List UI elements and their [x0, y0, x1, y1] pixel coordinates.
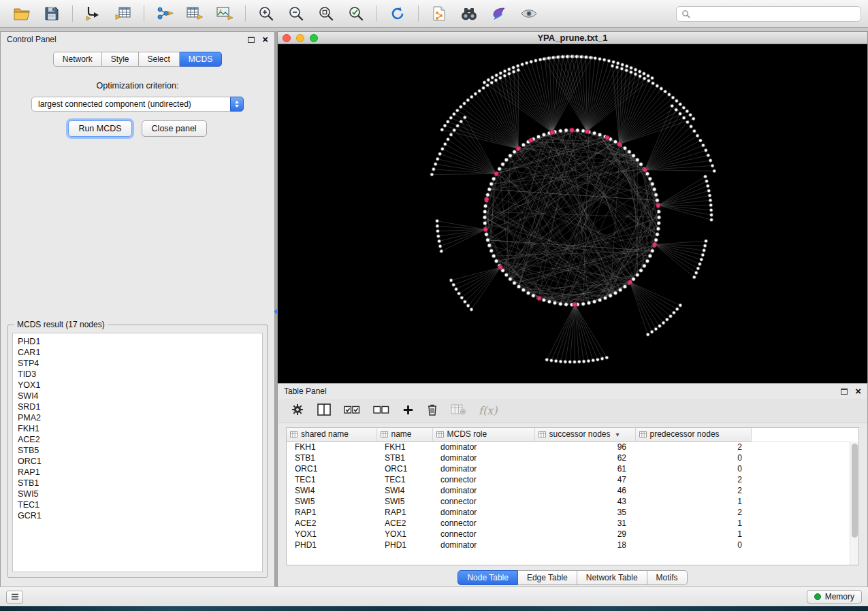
- window-minimize-button[interactable]: [296, 34, 304, 42]
- binoculars-icon: [460, 6, 478, 21]
- first-neighbors-button[interactable]: [454, 2, 484, 25]
- mcds-result-item[interactable]: SWI5: [18, 489, 262, 499]
- show-column-button[interactable]: [317, 403, 331, 418]
- import-network-button[interactable]: [78, 2, 108, 25]
- mcds-result-item[interactable]: PMA2: [18, 412, 262, 423]
- table-settings-button[interactable]: [291, 403, 304, 418]
- search-icon: [681, 10, 690, 18]
- tab-node-table[interactable]: Node Table: [457, 570, 518, 585]
- export-network-button[interactable]: [150, 2, 180, 25]
- table-row[interactable]: STB1STB1dominator620: [287, 452, 850, 463]
- criterion-select[interactable]: largest connected component (undirected): [31, 97, 244, 112]
- panel-splitter[interactable]: [275, 31, 277, 587]
- tab-style[interactable]: Style: [102, 52, 139, 67]
- close-panel-icon[interactable]: ×: [855, 388, 861, 395]
- mcds-result-item[interactable]: GCR1: [18, 510, 262, 521]
- table-row[interactable]: ORC1ORC1dominator610: [287, 463, 850, 474]
- mcds-result-item[interactable]: CAR1: [18, 347, 262, 358]
- collapse-panel-icon[interactable]: [274, 309, 277, 314]
- node-table-body: FKH1FKH1dominator962STB1STB1dominator620…: [287, 441, 850, 550]
- tab-mcds[interactable]: MCDS: [180, 52, 222, 67]
- column-header-successor-nodes[interactable]: successor nodes▾: [534, 428, 635, 441]
- function-builder-button[interactable]: f(x): [479, 404, 497, 417]
- delete-table-icon: [451, 404, 466, 415]
- zoom-selected-button[interactable]: [341, 2, 371, 25]
- column-header-shared-name[interactable]: shared name: [287, 428, 376, 441]
- mcds-result-item[interactable]: TEC1: [18, 499, 262, 510]
- table-row[interactable]: PHD1PHD1dominator180: [287, 540, 850, 550]
- column-header-mcds-role[interactable]: MCDS role: [432, 428, 534, 441]
- deselect-all-columns-button[interactable]: [373, 406, 389, 416]
- mcds-result-item[interactable]: STB1: [18, 478, 262, 489]
- column-type-icon: [436, 431, 444, 438]
- memory-button[interactable]: Memory: [807, 590, 862, 604]
- network-titlebar: YPA_prune.txt_1: [278, 32, 867, 44]
- tab-motifs[interactable]: Motifs: [647, 570, 688, 585]
- window-close-button[interactable]: [283, 34, 291, 42]
- visual-styles-button[interactable]: [484, 2, 514, 25]
- mcds-result-item[interactable]: STB5: [18, 445, 262, 456]
- open-folder-button[interactable]: [7, 2, 37, 25]
- close-panel-icon[interactable]: ×: [262, 36, 268, 43]
- zoom-in-button[interactable]: [251, 2, 281, 25]
- import-table-icon: [114, 5, 132, 22]
- zoom-fit-button[interactable]: [311, 2, 341, 25]
- mcds-result-item[interactable]: SRD1: [18, 401, 262, 412]
- network-graph[interactable]: [278, 44, 867, 383]
- select-all-columns-button[interactable]: [344, 406, 360, 416]
- mcds-result-item[interactable]: RAP1: [18, 467, 262, 478]
- table-row[interactable]: RAP1RAP1dominator352: [287, 507, 850, 518]
- column-header-name[interactable]: name: [376, 428, 432, 441]
- table-scrollbar[interactable]: [850, 442, 858, 565]
- float-panel-icon[interactable]: [841, 389, 848, 395]
- export-image-button[interactable]: [210, 2, 240, 25]
- table-row[interactable]: SWI4SWI4dominator462: [287, 485, 850, 496]
- float-panel-icon[interactable]: [248, 37, 255, 43]
- mcds-result-item[interactable]: ORC1: [18, 456, 262, 467]
- tab-network-table[interactable]: Network Table: [577, 570, 647, 585]
- scrollbar-thumb[interactable]: [852, 444, 858, 538]
- run-mcds-button[interactable]: Run MCDS: [68, 120, 131, 137]
- tab-edge-table[interactable]: Edge Table: [518, 570, 577, 585]
- column-header-predecessor-nodes[interactable]: predecessor nodes: [635, 428, 751, 441]
- cell: TEC1: [287, 474, 376, 485]
- mcds-result-item[interactable]: PHD1: [18, 336, 262, 347]
- export-table-icon: [186, 5, 204, 22]
- tab-select[interactable]: Select: [139, 52, 180, 67]
- refresh-view-button[interactable]: [383, 2, 413, 25]
- window-maximize-button[interactable]: [310, 34, 318, 42]
- search-input[interactable]: [694, 9, 856, 18]
- table-row[interactable]: FKH1FKH1dominator962: [287, 441, 850, 452]
- column-type-icon: [381, 431, 388, 438]
- mcds-result-item[interactable]: TID3: [18, 369, 262, 380]
- table-row[interactable]: SWI5SWI5connector431: [287, 496, 850, 507]
- search-box[interactable]: [676, 6, 861, 22]
- task-history-button[interactable]: [6, 591, 23, 604]
- plus-icon: [402, 404, 414, 416]
- mcds-result-item[interactable]: YOX1: [18, 380, 262, 391]
- cell: SWI5: [376, 496, 432, 507]
- mcds-result-item[interactable]: SWI4: [18, 391, 262, 401]
- zoom-out-button[interactable]: [281, 2, 311, 25]
- network-canvas[interactable]: [278, 44, 867, 383]
- mcds-result-item[interactable]: FKH1: [18, 423, 262, 434]
- mcds-result-item[interactable]: ACE2: [18, 434, 262, 445]
- close-panel-button[interactable]: Close panel: [142, 120, 207, 137]
- create-column-button[interactable]: [402, 404, 414, 418]
- save-session-button[interactable]: [37, 2, 67, 25]
- delete-column-button[interactable]: [427, 403, 438, 418]
- tab-network[interactable]: Network: [53, 52, 102, 67]
- mcds-result-item[interactable]: STP4: [18, 358, 262, 369]
- cell-filler: [751, 529, 850, 540]
- cell: dominator: [432, 463, 534, 474]
- table-row[interactable]: TEC1TEC1connector472: [287, 474, 850, 485]
- control-panel-tabs: NetworkStyleSelectMCDS: [1, 52, 274, 67]
- table-row[interactable]: YOX1YOX1connector291: [287, 529, 850, 540]
- table-row[interactable]: ACE2ACE2connector311: [287, 518, 850, 529]
- show-graphics-button[interactable]: [514, 2, 544, 25]
- network-from-file-button[interactable]: [424, 2, 454, 25]
- export-table-button[interactable]: [180, 2, 210, 25]
- import-table-button[interactable]: [108, 2, 138, 25]
- delete-table-button-disabled[interactable]: [451, 404, 466, 417]
- cell: RAP1: [376, 507, 432, 518]
